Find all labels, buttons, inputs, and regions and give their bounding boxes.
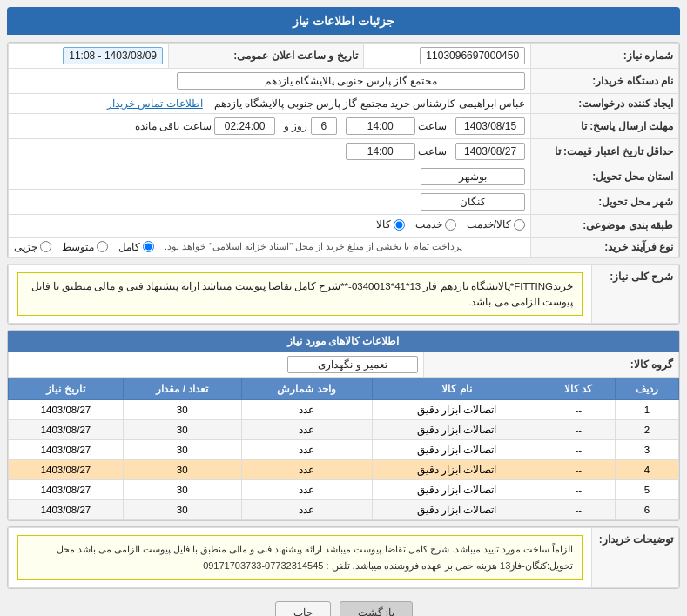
response-time-label: ساعت (418, 120, 447, 132)
action-buttons: بازگشت چاپ (7, 594, 680, 616)
cell-qty: 30 (123, 460, 241, 480)
purchase-option-medium[interactable]: متوسط (62, 241, 108, 253)
cell-unit: عدد (241, 440, 372, 460)
cell-name: اتصالات ابزار دقیق (372, 460, 542, 480)
cell-date: 1403/08/27 (9, 420, 124, 440)
price-time-field: 14:00 (346, 143, 415, 160)
creator-field: عباس ابراهیمی کارشناس خرید مجتمع گاز پار… (214, 97, 525, 110)
need-number-label: شماره نیاز: (531, 44, 679, 69)
cell-unit: عدد (241, 460, 372, 480)
purchase-option-full[interactable]: کامل (118, 241, 154, 253)
cell-row-num: 1 (616, 400, 679, 420)
city-value: کنگان (9, 190, 531, 215)
cell-code: -- (542, 460, 615, 480)
cell-qty: 30 (123, 440, 241, 460)
city-field: کنگان (421, 193, 525, 211)
cell-date: 1403/08/27 (9, 500, 124, 520)
need-number-field: 1103096697000450 (420, 47, 525, 64)
col-qty: تعداد / مقدار (123, 378, 241, 400)
cell-qty: 30 (123, 480, 241, 500)
cell-date: 1403/08/27 (9, 400, 124, 420)
table-row: 3 -- اتصالات ابزار دقیق عدد 30 1403/08/2… (9, 440, 679, 460)
cell-unit: عدد (241, 420, 372, 440)
cell-unit: عدد (241, 500, 372, 520)
purchase-option-partial[interactable]: جزیی (14, 241, 51, 253)
table-row: 2 -- اتصالات ابزار دقیق عدد 30 1403/08/2… (9, 420, 679, 440)
purchase-note: پرداخت تمام یا بخشی از مبلغ خرید از محل … (165, 241, 462, 252)
cell-code: -- (542, 420, 615, 440)
cell-date: 1403/08/27 (9, 460, 124, 480)
print-button[interactable]: چاپ (275, 601, 331, 616)
cell-qty: 30 (123, 420, 241, 440)
cell-date: 1403/08/27 (9, 480, 124, 500)
cell-code: -- (542, 440, 615, 460)
purchase-type-options: جزیی متوسط کامل پرداخت تمام یا بخشی از م… (9, 237, 531, 257)
response-time-field: 14:00 (346, 117, 415, 135)
col-code: کد کالا (542, 378, 615, 400)
cell-name: اتصالات ابزار دقیق (372, 480, 542, 500)
response-remaining-field: 02:24:00 (214, 117, 275, 135)
cell-row-num: 2 (616, 420, 679, 440)
category-label: طبقه بندی موضوعی: (531, 215, 679, 238)
date-value: 1403/08/09 - 11:08 (9, 44, 169, 69)
contact-link[interactable]: اطلاعات تماس خریدار (107, 97, 203, 110)
price-date-field: 1403/08/27 (455, 143, 525, 160)
cell-row-num: 6 (616, 500, 679, 520)
cell-code: -- (542, 500, 615, 520)
price-time-label: ساعت (418, 145, 447, 157)
group-value: تعمیر و نگهداری (9, 352, 424, 378)
price-deadline-value: 1403/08/27 ساعت 14:00 (9, 139, 531, 164)
cell-row-num: 3 (616, 440, 679, 460)
buyer-notes-label: توضیحات خریدار: (592, 528, 679, 587)
response-days-label: روز و (284, 120, 307, 132)
cell-unit: عدد (241, 480, 372, 500)
buyer-field: مجتمع گاز پارس جنوبی پالایشگاه یازدهم (177, 72, 525, 90)
buyer-value: مجتمع گاز پارس جنوبی پالایشگاه یازدهم (9, 69, 531, 94)
cell-code: -- (542, 400, 615, 420)
cell-qty: 30 (123, 400, 241, 420)
price-deadline-label: حداقل تاریخ اعتبار قیمت: تا (531, 139, 679, 164)
page-title: جزئیات اطلاعات نیاز (7, 7, 680, 35)
cell-date: 1403/08/27 (9, 440, 124, 460)
buyer-notes-value: الزاماً ساخت مورد تایید میباشد. شرح کامل… (9, 528, 592, 587)
back-button[interactable]: بازگشت (340, 601, 413, 616)
cell-code: -- (542, 480, 615, 500)
category-option-service[interactable]: خدمت (415, 218, 456, 231)
cell-qty: 30 (123, 500, 241, 520)
col-name: نام کالا (372, 378, 542, 400)
response-deadline-value: 1403/08/15 ساعت 14:00 6 روز و 02:24:00 س… (9, 114, 531, 139)
col-date: تاریخ نیاز (9, 378, 124, 400)
description-text: خریدFITTING*پالایشگاه یازدهم فار 13*41*0… (17, 272, 583, 317)
cell-row-num: 4 (616, 460, 679, 480)
group-label: گروه کالا: (424, 352, 679, 378)
cell-name: اتصالات ابزار دقیق (372, 420, 542, 440)
category-option-goods[interactable]: کالا (376, 218, 405, 231)
col-unit: واحد شمارش (241, 378, 372, 400)
table-row: 1 -- اتصالات ابزار دقیق عدد 30 1403/08/2… (9, 400, 679, 420)
purchase-type-label: نوع فرآیند خرید: (531, 237, 679, 257)
response-days-field: 6 (311, 117, 337, 135)
cell-row-num: 5 (616, 480, 679, 500)
creator-label: ایجاد کننده درخواست: (531, 94, 679, 114)
date-field: 1403/08/09 - 11:08 (63, 47, 163, 64)
col-row-num: ردیف (616, 378, 679, 400)
description-label: شرح کلی نیاز: (592, 264, 679, 324)
buyer-notes-text: الزاماً ساخت مورد تایید میباشد. شرح کامل… (17, 535, 583, 579)
table-row: 6 -- اتصالات ابزار دقیق عدد 30 1403/08/2… (9, 500, 679, 520)
response-deadline-label: مهلت ارسال پاسخ: تا (531, 114, 679, 139)
city-label: شهر محل تحویل: (531, 190, 679, 215)
table-row: 5 -- اتصالات ابزار دقیق عدد 30 1403/08/2… (9, 480, 679, 500)
description-value: خریدFITTING*پالایشگاه یازدهم فار 13*41*0… (9, 264, 592, 324)
province-field: بوشهر (421, 168, 525, 185)
response-date-field: 1403/08/15 (455, 117, 525, 135)
cell-name: اتصالات ابزار دقیق (372, 440, 542, 460)
table-row: 4 -- اتصالات ابزار دقیق عدد 30 1403/08/2… (9, 460, 679, 480)
date-label: تاریخ و ساعت اعلان عمومی: (168, 44, 363, 69)
response-remaining-label: ساعت باقی مانده (135, 120, 212, 132)
need-number-value: 1103096697000450 (363, 44, 531, 69)
goods-section-title: اطلاعات کالاهای مورد نیاز (8, 331, 679, 352)
cell-name: اتصالات ابزار دقیق (372, 400, 542, 420)
buyer-label: نام دستگاه خریدار: (531, 69, 679, 94)
category-option-both[interactable]: کالا/خدمت (467, 218, 525, 231)
province-label: استان محل تحویل: (531, 164, 679, 190)
